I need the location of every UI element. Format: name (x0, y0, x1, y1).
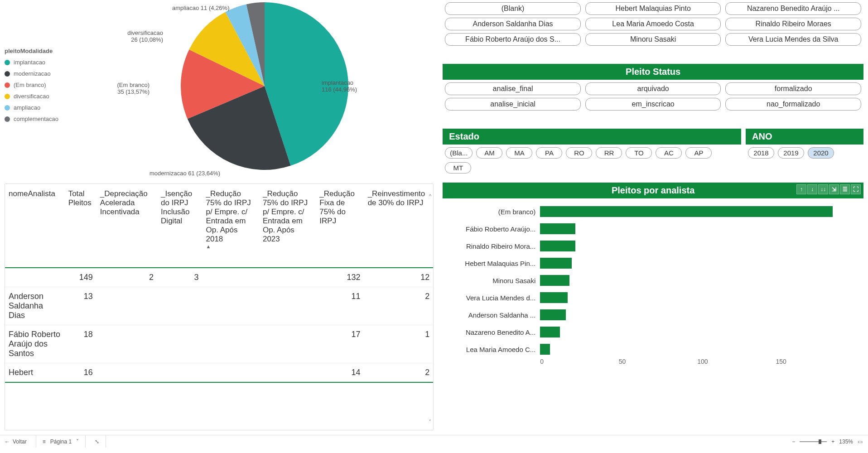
pie-chart-area: pleitoModalidade implantacaomodernizacao… (5, 2, 434, 183)
legend-label: modernizacao (14, 70, 51, 77)
filter-icon[interactable]: ☰ (840, 184, 850, 194)
slicer-option[interactable]: Vera Lucia Mendes da Silva (725, 33, 861, 46)
page-selector[interactable]: ≡ Página 1 ˅ (36, 435, 86, 448)
slicer-option[interactable]: RR (596, 147, 622, 159)
col-header[interactable]: _Reinvestimento de 30% do IRPJ (364, 184, 434, 268)
slicer-option[interactable]: arquivado (585, 82, 721, 95)
total-value: 233 (316, 382, 364, 388)
slicer-option[interactable]: AC (656, 147, 682, 159)
col-header[interactable]: nomeAnalista (5, 184, 65, 268)
table-row[interactable]: Fábio Roberto Araújo dos Santos18171 (5, 325, 433, 363)
col-header[interactable]: _Isenção do IRPJ Inclusão Digital (157, 184, 202, 268)
slicer-option[interactable]: 2020 (808, 147, 834, 159)
slicer-option[interactable]: (Bla... (445, 147, 473, 159)
bar-row[interactable]: (Em branco) (447, 203, 854, 220)
drill-through-icon[interactable]: ⇲ (829, 184, 839, 194)
legend-item-complementacao[interactable]: complementacao (5, 116, 86, 122)
bar-fill (540, 223, 575, 234)
legend-item-ampliacao[interactable]: ampliacao (5, 104, 86, 111)
slicer-option[interactable]: Rinaldo Ribeiro Moraes (725, 18, 861, 30)
drill-down-icon[interactable]: ↓ (807, 184, 817, 194)
cell-name: Fábio Roberto Araújo dos Santos (5, 325, 65, 363)
scroll-up-icon[interactable]: ^ (429, 193, 432, 199)
legend-swatch-icon (5, 116, 10, 122)
bar-row[interactable]: Rinaldo Ribeiro Mora... (447, 237, 854, 255)
slicer-option[interactable]: nao_formalizado (725, 98, 861, 111)
cell-value (157, 363, 202, 383)
slicer-option[interactable]: (Blank) (445, 2, 581, 15)
slicer-option[interactable]: Lea Maria Amoedo Costa (585, 18, 721, 30)
bar-fill (540, 241, 575, 251)
col-header[interactable]: Total Pleitos (65, 184, 96, 268)
bar-row[interactable]: Minoru Sasaki (447, 272, 854, 289)
slicer-option[interactable]: analise_final (445, 82, 581, 95)
col-header[interactable]: _Redução 75% do IRPJ p/ Empre. c/ Entrad… (259, 184, 316, 268)
bar-row[interactable]: Fábio Roberto Araújo... (447, 220, 854, 237)
slicer-option[interactable]: 2018 (748, 147, 774, 159)
fit-page-icon[interactable]: ▭ (858, 439, 863, 445)
bar-row[interactable]: Lea Maria Amoedo C... (447, 341, 854, 358)
bar-label: Minoru Sasaki (447, 277, 535, 284)
drill-up-icon[interactable]: ↑ (796, 184, 806, 194)
bar-row[interactable]: Hebert Malaquias Pin... (447, 255, 854, 272)
slicer-option[interactable]: AP (685, 147, 712, 159)
bar-row[interactable]: Anderson Saldanha ... (447, 306, 854, 323)
slicer-option[interactable]: 2019 (778, 147, 804, 159)
table-row[interactable]: Hebert16142 (5, 363, 433, 383)
analyst-table[interactable]: ^ ˅ nomeAnalistaTotal Pleitos_Depreciaçã… (5, 183, 434, 430)
legend-swatch-icon (5, 94, 10, 99)
table-row[interactable]: Anderson Saldanha Dias13112 (5, 287, 433, 325)
back-label: Voltar (13, 439, 27, 445)
bar-track (540, 206, 854, 217)
legend-label: complementacao (14, 116, 58, 122)
slicer-option[interactable]: formalizado (725, 82, 861, 95)
bar-row[interactable]: Nazareno Benedito A... (447, 323, 854, 341)
total-value (203, 382, 259, 388)
legend-item-implantacao[interactable]: implantacao (5, 59, 86, 66)
slicer-option[interactable]: MT (445, 162, 471, 173)
bar-chart[interactable]: (Em branco)Fábio Roberto Araújo...Rinald… (443, 198, 863, 370)
slicer-option[interactable]: RO (566, 147, 592, 159)
slicer-ano: ANO 201820192020 (746, 129, 863, 173)
collapse-icon[interactable]: ⤡ (95, 435, 106, 448)
bar-fill (540, 309, 565, 320)
page-list-icon: ≡ (43, 439, 46, 445)
slicer-option[interactable]: Nazareno Benedito Araújo ... (725, 2, 861, 15)
legend-item-em_branco[interactable]: (Em branco) (5, 82, 86, 88)
slicer-option[interactable]: em_inscricao (585, 98, 721, 111)
scroll-down-icon[interactable]: ˅ (429, 419, 431, 425)
slicer-option[interactable]: Hebert Malaquias Pinto (585, 2, 721, 15)
col-header[interactable]: _Depreciação Acelerada Incentivada (96, 184, 157, 268)
slicer-option[interactable]: Fábio Roberto Araújo dos S... (445, 33, 581, 46)
legend-item-modernizacao[interactable]: modernizacao (5, 70, 86, 77)
expand-all-icon[interactable]: ↓↓ (818, 184, 828, 194)
back-button[interactable]: ← Voltar (5, 439, 27, 445)
slicer-option[interactable]: Anderson Saldanha Dias (445, 18, 581, 30)
bar-track (540, 223, 854, 234)
legend-item-diversificacao[interactable]: diversificacao (5, 93, 86, 100)
slicer-analistas: (Blank)Hebert Malaquias PintoNazareno Be… (443, 2, 863, 46)
pie-label-modernizacao: modernizacao 61 (23,64%) (149, 170, 220, 177)
zoom-out-icon[interactable]: − (792, 439, 795, 445)
pie-chart[interactable]: implantacao116 (44,96%)modernizacao 61 (… (95, 2, 434, 183)
slicer-option[interactable]: TO (626, 147, 652, 159)
bar-chart-title-text: Pleitos por analista (612, 185, 694, 195)
zoom-in-icon[interactable]: + (831, 439, 834, 445)
cell-value: 149 (65, 268, 96, 287)
bar-track (540, 292, 854, 303)
col-header[interactable]: _Redução Fixa de 75% do IRPJ (316, 184, 364, 268)
table-row[interactable]: 1492313212 (5, 268, 433, 287)
legend-swatch-icon (5, 82, 10, 88)
zoom-slider[interactable] (800, 441, 827, 442)
slicer-option[interactable]: MA (506, 147, 532, 159)
slicer-option[interactable]: AM (476, 147, 502, 159)
col-header[interactable]: _Redução 75% do IRPJ p/ Empre. c/ Entrad… (203, 184, 259, 268)
slicer-option[interactable]: analise_inicial (445, 98, 581, 111)
bar-fill (540, 206, 833, 217)
pie-label-diversificacao: diversificacao26 (10,08%) (104, 29, 163, 43)
slicer-option[interactable]: Minoru Sasaki (585, 33, 721, 46)
slicer-option[interactable]: PA (536, 147, 562, 159)
bar-fill (540, 292, 568, 303)
bar-row[interactable]: Vera Lucia Mendes d... (447, 289, 854, 306)
focus-mode-icon[interactable]: ⛶ (851, 184, 861, 194)
